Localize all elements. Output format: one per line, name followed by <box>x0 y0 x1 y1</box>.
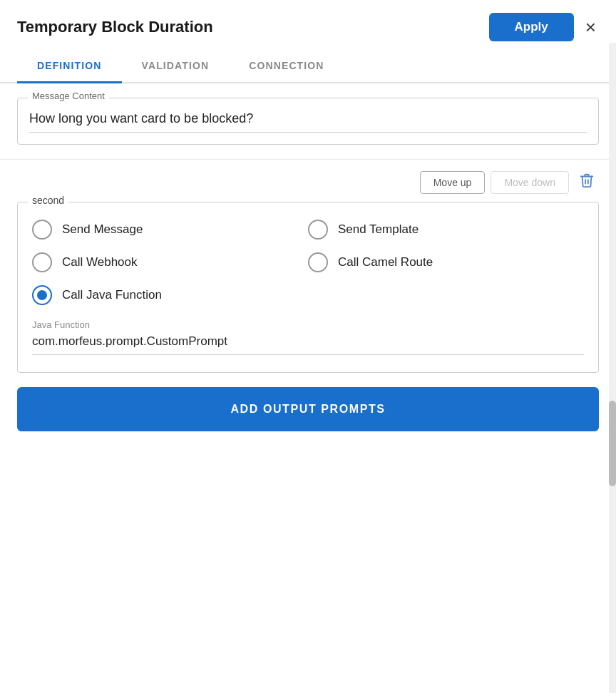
trash-icon <box>579 173 595 188</box>
radio-call-camel-route[interactable] <box>308 252 328 272</box>
prompt-section: second Send Message Send Template <box>17 202 599 373</box>
tab-connection[interactable]: CONNECTION <box>229 51 344 83</box>
tab-definition[interactable]: DEFINITION <box>17 51 122 83</box>
scrollbar-track <box>609 43 616 693</box>
radio-label-send-message: Send Message <box>62 222 143 237</box>
radio-item-send-message[interactable]: Send Message <box>32 220 308 240</box>
prompt-fieldset: second Send Message Send Template <box>17 202 599 373</box>
radio-send-message[interactable] <box>32 220 52 240</box>
java-function-section: Java Function com.morfeus.prompt.CustomP… <box>32 319 584 355</box>
message-content-text: How long you want card to be blocked? <box>29 107 587 133</box>
message-content-section: Message Content How long you want card t… <box>0 83 616 160</box>
radio-options-grid: Send Message Send Template Call Webhook <box>32 220 584 305</box>
header-actions: Apply × <box>489 13 599 41</box>
radio-call-java-function[interactable] <box>32 285 52 305</box>
message-content-fieldset: Message Content How long you want card t… <box>17 98 599 145</box>
radio-item-call-webhook[interactable]: Call Webhook <box>32 252 308 272</box>
radio-item-call-java-function[interactable]: Call Java Function <box>32 285 308 305</box>
java-function-label: Java Function <box>32 319 584 330</box>
delete-button[interactable] <box>575 170 599 195</box>
modal-header: Temporary Block Duration Apply × <box>0 0 616 51</box>
modal-title: Temporary Block Duration <box>17 18 213 36</box>
close-button[interactable]: × <box>582 18 599 36</box>
radio-label-send-template: Send Template <box>338 222 419 237</box>
radio-label-call-java-function: Call Java Function <box>62 288 162 302</box>
tab-bar: DEFINITION VALIDATION CONNECTION <box>0 51 616 83</box>
radio-item-call-camel-route[interactable]: Call Camel Route <box>308 252 584 272</box>
radio-item-send-template[interactable]: Send Template <box>308 220 584 240</box>
add-output-prompts-button[interactable]: ADD OUTPUT PROMPTS <box>17 387 599 431</box>
apply-button[interactable]: Apply <box>489 13 574 41</box>
java-function-value: com.morfeus.prompt.CustomPrompt <box>32 334 584 355</box>
move-up-button[interactable]: Move up <box>420 171 486 194</box>
tab-validation[interactable]: VALIDATION <box>122 51 230 83</box>
radio-label-call-camel-route: Call Camel Route <box>338 255 433 270</box>
scrollbar-thumb[interactable] <box>609 401 616 486</box>
radio-label-call-webhook: Call Webhook <box>62 255 138 270</box>
prompt-legend: second <box>28 195 68 206</box>
message-content-legend: Message Content <box>28 91 109 101</box>
move-down-button[interactable]: Move down <box>491 171 569 194</box>
radio-send-template[interactable] <box>308 220 328 240</box>
modal: Temporary Block Duration Apply × DEFINIT… <box>0 0 616 693</box>
radio-call-webhook[interactable] <box>32 252 52 272</box>
modal-body: Message Content How long you want card t… <box>0 83 616 431</box>
controls-row: Move up Move down <box>0 160 616 202</box>
